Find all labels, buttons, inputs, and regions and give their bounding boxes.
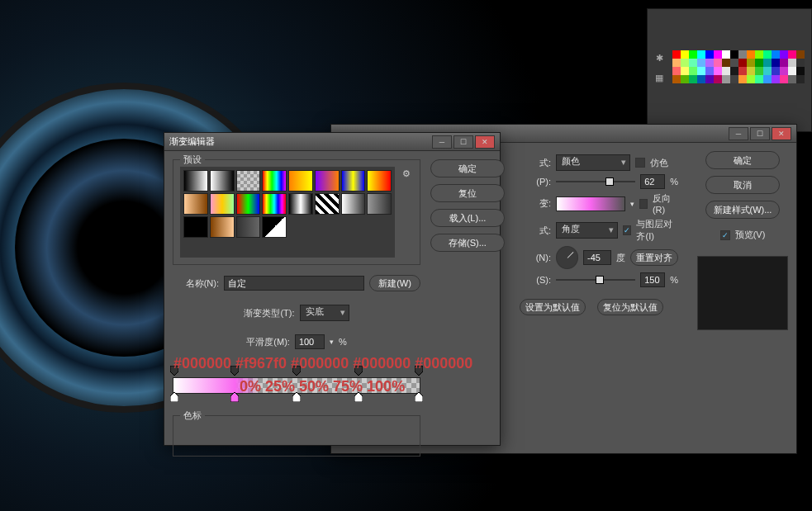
swatch[interactable] bbox=[714, 59, 722, 67]
save-button[interactable]: 存储(S)... bbox=[430, 234, 505, 252]
scale-input[interactable] bbox=[640, 272, 665, 287]
set-default-button[interactable]: 设置为默认值 bbox=[520, 299, 586, 315]
gradient-name-input[interactable] bbox=[224, 276, 364, 291]
swatch[interactable] bbox=[697, 67, 705, 75]
cancel-button[interactable]: 取消 bbox=[705, 176, 780, 194]
swatch[interactable] bbox=[738, 75, 747, 83]
close-button[interactable]: ✕ bbox=[475, 135, 495, 149]
swatch[interactable] bbox=[730, 59, 738, 67]
gradient-preset[interactable] bbox=[183, 216, 208, 238]
swatch[interactable] bbox=[705, 50, 714, 59]
gradient-preset[interactable] bbox=[262, 170, 287, 192]
titlebar[interactable]: 渐变编辑器 ─ ☐ ✕ bbox=[164, 133, 500, 151]
gradient-preset[interactable] bbox=[341, 193, 366, 215]
color-stop[interactable] bbox=[415, 392, 423, 402]
swatch[interactable] bbox=[738, 59, 747, 67]
swatch[interactable] bbox=[714, 67, 722, 75]
swatch[interactable] bbox=[681, 67, 689, 75]
gradient-preset[interactable] bbox=[315, 170, 340, 192]
swatch[interactable] bbox=[755, 59, 763, 67]
swatch[interactable] bbox=[681, 75, 689, 83]
swatch[interactable] bbox=[738, 67, 747, 75]
swatch[interactable] bbox=[689, 67, 697, 75]
ok-button[interactable]: 确定 bbox=[430, 159, 505, 177]
swatch[interactable] bbox=[772, 75, 780, 83]
swatch[interactable] bbox=[730, 50, 738, 59]
swatch[interactable] bbox=[772, 67, 780, 75]
swatch[interactable] bbox=[780, 75, 788, 83]
swatch[interactable] bbox=[772, 59, 780, 67]
swatch-tool-icon[interactable]: ▦ bbox=[652, 70, 667, 85]
swatch[interactable] bbox=[763, 75, 772, 83]
gradient-preset[interactable] bbox=[236, 193, 261, 215]
close-button[interactable]: ✕ bbox=[772, 127, 791, 140]
gradient-type-select[interactable]: 实底 bbox=[300, 305, 349, 321]
swatch[interactable] bbox=[681, 59, 689, 67]
swatch[interactable] bbox=[697, 75, 705, 83]
scale-slider[interactable] bbox=[556, 274, 635, 286]
swatch[interactable] bbox=[788, 67, 796, 75]
swatches-grid[interactable] bbox=[672, 50, 805, 83]
swatch[interactable] bbox=[722, 75, 730, 83]
swatch[interactable] bbox=[772, 50, 780, 59]
swatch[interactable] bbox=[747, 50, 755, 59]
reset-align-button[interactable]: 重置对齐 bbox=[630, 249, 678, 266]
minimize-button[interactable]: ─ bbox=[432, 135, 452, 149]
angle-dial[interactable] bbox=[556, 246, 578, 269]
swatch[interactable] bbox=[697, 59, 705, 67]
reset-button[interactable]: 复位 bbox=[430, 184, 505, 202]
blend-mode-select[interactable]: 颜色 bbox=[556, 154, 630, 171]
gradient-preset[interactable] bbox=[210, 170, 235, 192]
swatch[interactable] bbox=[747, 75, 755, 83]
gradient-preset[interactable] bbox=[341, 170, 366, 192]
maximize-button[interactable]: ☐ bbox=[453, 135, 473, 149]
swatch[interactable] bbox=[796, 59, 805, 67]
swatch[interactable] bbox=[738, 50, 747, 59]
maximize-button[interactable]: ☐ bbox=[750, 127, 770, 140]
swatch[interactable] bbox=[714, 50, 722, 59]
gradient-presets-grid[interactable] bbox=[180, 167, 395, 258]
swatch[interactable] bbox=[689, 75, 697, 83]
angle-input[interactable] bbox=[583, 250, 611, 265]
swatch[interactable] bbox=[796, 67, 805, 75]
gradient-preset[interactable] bbox=[367, 170, 392, 192]
swatch[interactable] bbox=[722, 67, 730, 75]
opacity-input[interactable] bbox=[640, 174, 665, 189]
color-stop[interactable] bbox=[230, 392, 239, 402]
align-checkbox[interactable] bbox=[623, 225, 631, 235]
swatch[interactable] bbox=[681, 50, 689, 59]
swatch[interactable] bbox=[747, 67, 755, 75]
swatch[interactable] bbox=[672, 75, 681, 83]
swatch[interactable] bbox=[788, 75, 796, 83]
gradient-preset[interactable] bbox=[367, 193, 392, 215]
swatch[interactable] bbox=[689, 59, 697, 67]
load-button[interactable]: 载入(L)... bbox=[430, 209, 505, 227]
swatch[interactable] bbox=[755, 67, 763, 75]
swatch[interactable] bbox=[705, 75, 714, 83]
swatch-tool-icon[interactable]: ✱ bbox=[652, 50, 667, 65]
swatch[interactable] bbox=[747, 59, 755, 67]
gradient-preset[interactable] bbox=[236, 170, 261, 192]
gradient-preset[interactable] bbox=[236, 216, 261, 238]
new-button[interactable]: 新建(W) bbox=[369, 275, 420, 291]
swatch[interactable] bbox=[796, 50, 805, 59]
gear-icon[interactable]: ⚙ bbox=[400, 167, 413, 180]
gradient-preview-strip[interactable] bbox=[556, 196, 625, 211]
swatch[interactable] bbox=[672, 50, 681, 59]
swatch[interactable] bbox=[705, 59, 714, 67]
swatch[interactable] bbox=[763, 67, 772, 75]
gradient-preset[interactable] bbox=[183, 193, 208, 215]
dither-checkbox[interactable] bbox=[635, 158, 645, 168]
smoothness-input[interactable] bbox=[295, 334, 325, 349]
swatch[interactable] bbox=[796, 75, 805, 83]
swatch[interactable] bbox=[697, 50, 705, 59]
gradient-preset[interactable] bbox=[210, 193, 235, 215]
swatch[interactable] bbox=[780, 59, 788, 67]
swatch[interactable] bbox=[780, 67, 788, 75]
gradient-preset[interactable] bbox=[315, 193, 340, 215]
opacity-slider[interactable] bbox=[556, 176, 635, 187]
swatch[interactable] bbox=[722, 59, 730, 67]
swatch[interactable] bbox=[788, 59, 796, 67]
gradient-preset[interactable] bbox=[288, 170, 313, 192]
swatch[interactable] bbox=[763, 50, 772, 59]
